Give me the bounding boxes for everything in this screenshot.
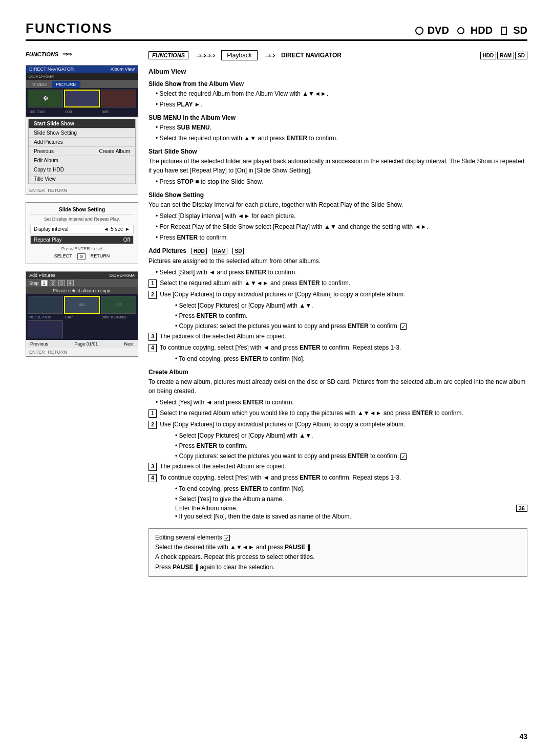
sub-menu-title: SUB MENU in the Album View <box>148 114 527 121</box>
ca-step-num-2: 2 <box>148 421 157 429</box>
repeat-play-value: Off <box>123 237 130 243</box>
step-label: Step <box>29 280 39 286</box>
add-pic-step-2: 2 Use [Copy Pictures] to copy individual… <box>148 290 527 299</box>
functions-nav-label: FUNCTIONS <box>26 51 58 57</box>
step-1: 1 <box>41 280 48 286</box>
bottom-note-line-1: Editing several elements <box>155 533 521 543</box>
slideshow-setting-title-right: Slide Show Setting <box>148 191 527 199</box>
add-pic-step-4: 4 To continue copying, select [Yes] with… <box>148 343 527 352</box>
sd-badge: SD <box>515 52 527 59</box>
ca-s4-sub-2: Select [Yes] to give the Album a name. <box>175 494 527 504</box>
ca-s4-sub-4: If you select [No], then the date is sav… <box>175 512 527 521</box>
create-album-bullet: Select [Yes] with ◄ and press ENTER to c… <box>156 398 527 407</box>
slideshow-setting-box: Slide Show Setting Set Display Interval … <box>26 202 138 264</box>
left-arrow: ◄ <box>103 226 109 232</box>
context-menu: Start Slide Show Slide Show Setting Add … <box>28 119 136 184</box>
slideshow-bullet-2: Press PLAY ►. <box>156 100 527 109</box>
add-pic-sub-1: Select [Copy Pictures] or [Copy Album] w… <box>175 301 527 310</box>
page-title: FUNCTIONS <box>26 20 113 36</box>
pic-info-2: CAR <box>64 315 99 319</box>
repeat-play-label: Repeat Play <box>34 237 61 243</box>
add-pic-sub-2: Press ENTER to confirm. <box>175 311 527 320</box>
slideshow-setting-section: Slide Show Setting You can set the Displ… <box>148 191 527 242</box>
add-pic-hdd-badge: HDD <box>192 248 207 254</box>
tag-36: 36 <box>516 505 527 512</box>
ca-step-num-4: 4 <box>148 474 157 482</box>
sub-menu-bullet-2: Select the required option with ▲▼ and p… <box>156 134 527 143</box>
create-album-step-1: 1 Select the required Album which you wo… <box>148 408 527 418</box>
step-2: 2 <box>50 280 56 286</box>
screenshot-tabs: VIDEO PICTURE <box>26 80 138 88</box>
add-pic-thumb-2: 002 <box>64 296 99 314</box>
ca-enter-name-label: Enter the Album name. <box>175 505 238 512</box>
nav-icons: SELECT ⊙ RETURN <box>30 253 134 260</box>
dvd-label: DVD <box>428 25 449 36</box>
create-album-section: Create Album To create a new album, pict… <box>148 369 527 521</box>
thumb-1: ⚽ <box>28 90 63 107</box>
dvd-disc-icon <box>415 27 423 35</box>
add-pic-title-label: Add Pictures <box>29 273 55 278</box>
enter-note: Press ENTER to set <box>30 246 134 251</box>
bottom-note-line-2: Select the desired title with ▲▼◄► and p… <box>155 543 521 552</box>
pic-info-1: P01:10, <1/10 <box>28 315 63 319</box>
checkmark-2 <box>400 453 407 460</box>
format-badges: HDD RAM SD <box>480 52 527 59</box>
return-label2: RETURN <box>48 350 68 355</box>
screenshot-header-1: DIRECT NAVIGATOR Album View <box>26 66 138 73</box>
right-panel: FUNCTIONS ⇒⇒⇒⇒ Playback ⇒⇒ DIRECT NAVIGA… <box>148 50 527 577</box>
next-btn[interactable]: Next <box>124 341 134 347</box>
slideshow-desc: Set Display Interval and Repeat Play. <box>30 217 134 222</box>
step-num-4: 4 <box>148 344 157 352</box>
playback-box: Playback <box>221 50 258 60</box>
add-pic-thumb-3: 003 <box>101 296 136 314</box>
add-pic-thumb-4 <box>28 320 63 338</box>
page-indicator: Page 01/01 <box>74 341 98 347</box>
right-arrow: ► <box>125 226 130 232</box>
add-pic-enter-return: ENTER RETURN <box>26 348 138 356</box>
screenshot-direct-navigator: DIRECT NAVIGATOR Album View ⊙DVD-RAM VID… <box>26 65 138 195</box>
add-pic-thumb-1 <box>28 296 63 314</box>
create-album-title: Create Album <box>148 369 527 376</box>
start-slideshow-body: The pictures of the selected folder are … <box>148 157 527 175</box>
step-num-1: 1 <box>148 279 157 288</box>
previous-btn[interactable]: Previous <box>30 341 48 347</box>
functions-nav-label-right: FUNCTIONS <box>148 51 188 59</box>
checkmark-1 <box>400 323 407 330</box>
repeat-play-row: Repeat Play Off <box>30 235 134 244</box>
ca-sub-3: Copy pictures: select the pictures you w… <box>175 451 527 461</box>
slideshow-bullet-1: Select the required Album from the Album… <box>156 89 527 98</box>
ca-step-4-subs: To end copying, press ENTER to confirm [… <box>161 484 527 521</box>
menu-item-previous: Previous <box>29 147 59 156</box>
page-header: FUNCTIONS DVD HDD SD <box>26 20 527 41</box>
menu-row-previous: Previous Create Album <box>29 147 135 156</box>
sub-menu-section: SUB MENU in the Album View Press SUB MEN… <box>148 114 527 143</box>
ca-s4-sub-1: To end copying, press ENTER to confirm [… <box>175 484 527 493</box>
return-label: RETURN <box>91 253 110 260</box>
menu-item-slideshow-setting: Slide Show Setting <box>29 128 135 138</box>
right-nav-row: FUNCTIONS ⇒⇒⇒⇒ Playback ⇒⇒ DIRECT NAVIGA… <box>148 50 527 60</box>
menu-item-edit-album: Edit Album <box>29 156 135 165</box>
add-pic-step-1: 1 Select the required album with ▲▼◄► an… <box>148 278 527 288</box>
add-pic-step-2-subs: Select [Copy Pictures] or [Copy Album] w… <box>161 301 527 331</box>
start-slideshow-bullet: Press STOP ■ to stop the Slide Show. <box>156 177 527 186</box>
page-number: 43 <box>519 732 527 741</box>
slideshow-setting-bullet-2: For Repeat Play of the Slide Show select… <box>156 222 527 231</box>
step-num-3: 3 <box>148 333 157 341</box>
sd-icon <box>501 27 507 35</box>
add-pic-sd-badge: SD <box>232 248 244 254</box>
ram-badge: RAM <box>497 52 514 59</box>
add-pic-grid: 002 003 P01:10, <1/10 CAR Date:10/10/003 <box>26 294 138 340</box>
thumbnail-grid: ⚽ 100 DVD 003 005 <box>26 88 138 117</box>
pic-date: Date:10/10/003 <box>101 315 136 319</box>
add-pic-bottom: Previous Page 01/01 Next <box>26 340 138 348</box>
ca-sub-2: Press ENTER to confirm. <box>175 441 527 450</box>
menu-item-title-view: Title View <box>29 175 135 184</box>
add-pic-s4-sub-1: To end copying, press ENTER to confirm [… <box>175 354 527 363</box>
album-view-label: Album View <box>111 67 135 72</box>
direct-navigator-label: DIRECT NAVIGATOR <box>281 52 342 59</box>
add-pic-note: Please select album to copy. <box>26 287 138 294</box>
hdd-label: HDD <box>471 25 493 36</box>
display-interval-row: Display interval ◄ 5 sec ► <box>30 225 134 233</box>
ca-step-2-subs: Select [Copy Pictures] or [Copy Album] w… <box>161 431 527 461</box>
dvd-ram-label2: ⊙DVD-RAM <box>109 273 135 278</box>
